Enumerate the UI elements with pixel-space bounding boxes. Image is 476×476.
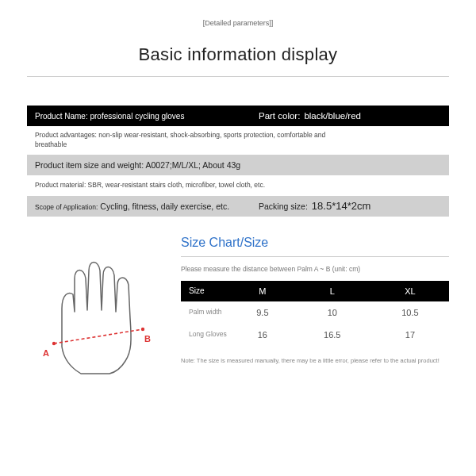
hand-icon [46, 232, 165, 391]
info-row-scope-packing: Scope of Application: Cycling, fitness, … [27, 196, 449, 217]
product-name: Product Name: professional cycling glove… [27, 112, 251, 121]
cell: 10 [294, 301, 371, 324]
scope-label: Scope of Application: [35, 203, 98, 211]
col-m: M [232, 281, 294, 301]
info-row-material: Product material: SBR, wear-resistant st… [27, 175, 449, 196]
size-chart-footnote: Note: The size is measured manually, the… [181, 357, 449, 366]
row-label-long: Long Gloves [181, 324, 232, 346]
cell: 16 [232, 324, 294, 346]
scope-value: Cycling, fitness, daily exercise, etc. [100, 202, 229, 211]
row-label-palm: Palm width [181, 301, 232, 324]
svg-point-2 [141, 328, 144, 331]
info-row-size-weight: Product item size and weight: A0027;M/L/… [27, 155, 449, 175]
size-chart-table: Size M L XL Palm width 9.5 10 10.5 Long … [181, 281, 449, 346]
table-row: Palm width 9.5 10 10.5 [181, 301, 449, 324]
marker-a: A [43, 348, 49, 358]
page-title: Basic information display [27, 44, 449, 77]
table-row: Long Gloves 16 16.5 17 [181, 324, 449, 346]
cell: 16.5 [294, 324, 371, 346]
cell: 9.5 [232, 301, 294, 324]
product-size-weight: Product item size and weight: A0027;M/L/… [27, 160, 449, 170]
table-header-row: Size M L XL [181, 281, 449, 301]
hand-diagram: A B [27, 236, 170, 394]
col-size: Size [181, 281, 232, 301]
col-xl: XL [371, 281, 449, 301]
svg-point-1 [52, 342, 56, 345]
product-advantages: Product advantages: non-slip wear-resist… [27, 131, 365, 150]
marker-b: B [144, 334, 151, 344]
cell: 10.5 [371, 301, 449, 324]
info-row-advantages: Product advantages: non-slip wear-resist… [27, 126, 449, 155]
size-chart-subtitle: Please measure the distance between Palm… [181, 265, 449, 273]
cell: 17 [371, 324, 449, 346]
packing-label: Packing size: [259, 202, 308, 211]
detailed-parameters-label: [Detailed parameters]] [27, 19, 449, 27]
packing-value: 18.5*14*2cm [312, 200, 370, 212]
info-table: Product Name: professional cycling glove… [27, 106, 449, 217]
part-color-label: Part color: [259, 111, 300, 121]
size-chart-title: Size Chart/Size [181, 236, 449, 257]
info-row-name-color: Product Name: professional cycling glove… [27, 106, 449, 126]
product-material: Product material: SBR, wear-resistant st… [27, 181, 365, 190]
col-l: L [294, 281, 371, 301]
svg-line-0 [54, 329, 143, 344]
part-color-value: black/blue/red [304, 111, 361, 121]
